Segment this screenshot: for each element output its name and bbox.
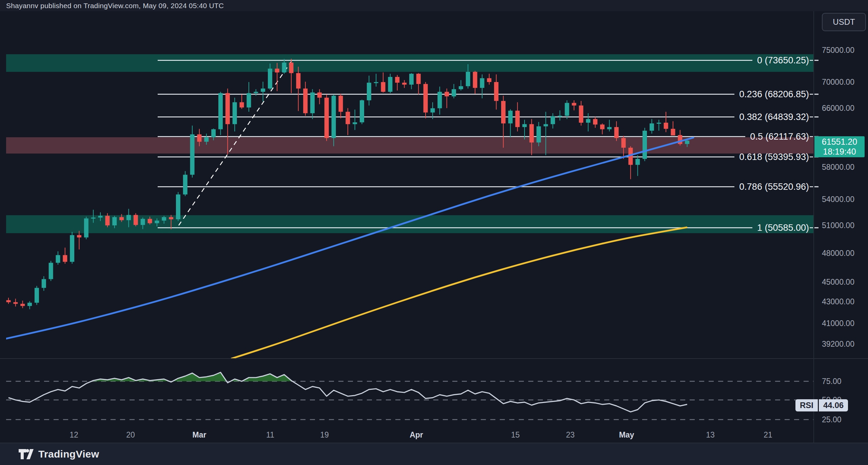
candle-body	[558, 116, 562, 117]
candle-body	[282, 63, 287, 73]
candle-body	[360, 100, 364, 122]
candle-body	[480, 78, 484, 88]
candle-body	[621, 138, 626, 148]
candle-body	[607, 127, 612, 129]
header-bar: Shayannv published on TradingView.com, M…	[0, 0, 868, 11]
candle-body	[409, 74, 414, 85]
axis-tick	[814, 94, 818, 95]
ma-blue-line[interactable]	[5, 138, 693, 339]
candle-body	[77, 235, 81, 238]
candle-body	[643, 131, 647, 159]
candle-body	[614, 127, 619, 138]
fib-zone	[6, 137, 814, 154]
fib-zone	[6, 54, 814, 72]
candle-body	[501, 101, 506, 123]
candle-body	[565, 103, 569, 116]
candle-body	[190, 134, 195, 175]
candle-body	[27, 303, 32, 306]
candle-body	[657, 123, 661, 124]
candle-body	[183, 175, 188, 195]
candle-body	[317, 93, 322, 98]
candle-body	[176, 195, 180, 219]
candle-body	[296, 73, 300, 89]
candle-body	[268, 69, 272, 89]
candle-body	[49, 263, 53, 279]
candle-body	[162, 217, 166, 221]
candle-body	[445, 92, 449, 96]
tradingview-chart-window: Shayannv published on TradingView.com, M…	[0, 0, 868, 465]
candle-body	[261, 88, 265, 92]
candle-body	[367, 83, 371, 100]
candle-body	[678, 135, 682, 144]
candle-body	[579, 105, 583, 123]
candle-body	[155, 221, 159, 223]
candle-body	[105, 216, 110, 225]
candle-body	[473, 72, 477, 88]
candle-body	[395, 77, 399, 83]
candles-group[interactable]	[6, 59, 690, 309]
candle-body	[20, 304, 25, 306]
candle-body	[56, 255, 60, 263]
candle-body	[310, 93, 315, 113]
candle-body	[381, 82, 386, 92]
candle-body	[508, 111, 513, 124]
candle-body	[332, 96, 336, 138]
candle-body	[374, 82, 378, 83]
currency-badge[interactable]: USDT	[822, 13, 866, 31]
candle-body	[98, 216, 103, 218]
candle-body	[254, 92, 258, 93]
publish-attribution: Shayannv published on TradingView.com, M…	[6, 2, 224, 10]
candle-body	[6, 300, 11, 302]
rsi-badge-value: 44.06	[819, 399, 848, 411]
candle-body	[13, 302, 18, 304]
rsi-line[interactable]	[8, 372, 687, 412]
rsi-value-badge: RSI 44.06	[795, 399, 848, 411]
rsi-badge-label: RSI	[795, 399, 818, 411]
candle-body	[246, 93, 251, 107]
last-price-value: 61551.20	[814, 137, 865, 147]
candle-body	[353, 122, 357, 124]
candle-body	[112, 217, 117, 225]
candle-body	[119, 217, 124, 220]
candle-body	[416, 74, 421, 84]
candle-body	[544, 124, 548, 126]
candle-body	[126, 215, 131, 220]
candle-body	[685, 141, 689, 144]
candle-body	[388, 77, 392, 92]
candle-body	[529, 124, 534, 142]
candle-body	[586, 119, 590, 123]
chart-region[interactable]: 75000.0070000.0066000.0058000.0054000.00…	[0, 11, 868, 443]
candle-body	[289, 63, 294, 73]
candle-body	[169, 217, 173, 219]
last-price-badge: 61551.20 18:19:40	[814, 136, 865, 157]
candle-body	[197, 134, 201, 142]
candle-body	[338, 96, 343, 112]
candle-body	[346, 112, 350, 124]
candle-body	[452, 89, 456, 96]
candle-body	[35, 288, 39, 303]
ma-yellow-line[interactable]	[232, 227, 687, 359]
tradingview-logo-icon	[19, 448, 34, 460]
axis-tick	[814, 117, 818, 118]
candle-body	[204, 137, 209, 142]
axis-tick	[814, 186, 818, 187]
candle-body	[141, 219, 145, 225]
tradingview-brand-text: TradingView	[38, 448, 99, 460]
candle-body	[423, 84, 428, 113]
candle-body	[134, 215, 138, 225]
candle-body	[70, 235, 74, 262]
candle-body	[148, 219, 152, 223]
candle-body	[275, 69, 279, 73]
chart-canvas[interactable]	[0, 0, 868, 465]
candle-body	[664, 123, 668, 129]
candle-body	[635, 159, 640, 165]
candle-body	[431, 108, 435, 112]
axis-tick	[814, 60, 818, 61]
footer-bar: TradingView	[0, 443, 868, 465]
candle-body	[459, 86, 463, 89]
candle-body	[593, 119, 597, 124]
candle-body	[671, 129, 675, 136]
candle-body	[402, 83, 407, 85]
candle-body	[218, 93, 223, 129]
candle-body	[650, 123, 654, 131]
